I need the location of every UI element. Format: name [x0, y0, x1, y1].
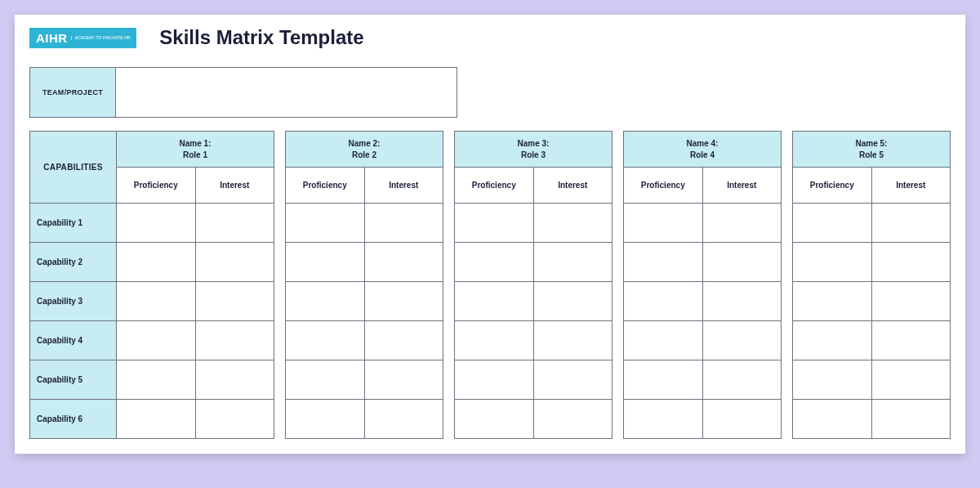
column-gap [782, 321, 793, 360]
matrix-cell[interactable] [195, 243, 274, 282]
column-gap [274, 360, 286, 400]
matrix-cell[interactable] [455, 282, 534, 321]
matrix-cell[interactable] [117, 243, 196, 282]
column-gap [274, 282, 286, 321]
person-name: Name 1: [180, 139, 212, 148]
column-gap [274, 204, 286, 243]
matrix-cell[interactable] [195, 282, 274, 321]
matrix-cell[interactable] [455, 321, 534, 360]
table-row: Capability 5 [30, 360, 951, 400]
matrix-cell[interactable] [455, 400, 534, 439]
matrix-cell[interactable] [702, 400, 782, 439]
matrix-cell[interactable] [624, 282, 703, 321]
matrix-cell[interactable] [195, 400, 274, 439]
matrix-cell[interactable] [364, 400, 443, 439]
matrix-cell[interactable] [364, 204, 443, 243]
matrix-cell[interactable] [624, 243, 703, 282]
matrix-cell[interactable] [533, 400, 612, 439]
matrix-cell[interactable] [624, 321, 703, 360]
matrix-cell[interactable] [364, 282, 443, 321]
capability-label: Capability 2 [30, 243, 117, 282]
proficiency-header: Proficiency [286, 168, 365, 204]
matrix-cell[interactable] [117, 360, 196, 400]
matrix-cell[interactable] [117, 321, 196, 360]
matrix-cell[interactable] [702, 282, 782, 321]
person-role: Role 5 [859, 150, 884, 159]
matrix-cell[interactable] [117, 400, 196, 439]
matrix-cell[interactable] [364, 243, 443, 282]
matrix-cell[interactable] [455, 243, 534, 282]
matrix-cell[interactable] [364, 321, 443, 360]
matrix-cell[interactable] [702, 204, 782, 243]
team-project-input[interactable] [116, 67, 457, 118]
column-gap [274, 321, 286, 360]
matrix-cell[interactable] [286, 321, 365, 360]
capability-label: Capability 4 [30, 321, 117, 360]
column-gap [443, 400, 455, 439]
matrix-cell[interactable] [455, 360, 534, 400]
matrix-cell[interactable] [871, 204, 951, 243]
column-gap [612, 321, 624, 360]
column-gap [274, 400, 286, 439]
table-row: Capability 2 [30, 243, 951, 282]
matrix-cell[interactable] [117, 282, 196, 321]
person-name: Name 4: [687, 139, 719, 148]
matrix-cell[interactable] [793, 282, 872, 321]
logo-subtext: ACADEMY TO INNOVATE HR [71, 36, 131, 40]
column-gap [274, 132, 286, 204]
matrix-cell[interactable] [117, 204, 196, 243]
matrix-cell[interactable] [286, 282, 365, 321]
matrix-cell[interactable] [793, 243, 872, 282]
matrix-cell[interactable] [533, 360, 612, 400]
proficiency-header: Proficiency [117, 168, 196, 204]
matrix-cell[interactable] [793, 400, 872, 439]
capability-label: Capability 6 [30, 400, 117, 439]
matrix-cell[interactable] [793, 321, 872, 360]
matrix-cell[interactable] [624, 204, 703, 243]
matrix-cell[interactable] [871, 321, 951, 360]
matrix-cell[interactable] [286, 243, 365, 282]
column-gap [612, 282, 624, 321]
matrix-cell[interactable] [195, 204, 274, 243]
table-row: Capability 4 [30, 321, 951, 360]
matrix-cell[interactable] [871, 282, 951, 321]
matrix-cell[interactable] [702, 243, 782, 282]
column-gap [782, 243, 793, 282]
column-gap [443, 204, 455, 243]
table-row: Capability 6 [30, 400, 951, 439]
column-gap [274, 243, 286, 282]
matrix-cell[interactable] [286, 204, 365, 243]
matrix-cell[interactable] [533, 282, 612, 321]
matrix-cell[interactable] [793, 360, 872, 400]
matrix-cell[interactable] [533, 321, 612, 360]
column-gap [443, 360, 455, 400]
document-sheet: AIHR ACADEMY TO INNOVATE HR Skills Matri… [15, 15, 965, 454]
interest-header: Interest [871, 168, 951, 204]
matrix-cell[interactable] [286, 360, 365, 400]
interest-header: Interest [195, 168, 274, 204]
matrix-cell[interactable] [364, 360, 443, 400]
person-header-4: Name 4: Role 4 [624, 132, 782, 168]
matrix-cell[interactable] [624, 360, 703, 400]
column-gap [443, 282, 455, 321]
matrix-cell[interactable] [871, 360, 951, 400]
column-gap [443, 321, 455, 360]
matrix-cell[interactable] [871, 400, 951, 439]
matrix-cell[interactable] [702, 321, 782, 360]
matrix-cell[interactable] [702, 360, 782, 400]
matrix-cell[interactable] [533, 243, 612, 282]
column-gap [612, 400, 624, 439]
matrix-cell[interactable] [624, 400, 703, 439]
table-row: Capability 1 [30, 204, 951, 243]
matrix-cell[interactable] [871, 243, 951, 282]
matrix-cell[interactable] [533, 204, 612, 243]
person-role: Role 4 [690, 150, 715, 159]
matrix-cell[interactable] [455, 204, 534, 243]
matrix-cell[interactable] [793, 204, 872, 243]
matrix-cell[interactable] [286, 400, 365, 439]
column-gap [612, 204, 624, 243]
column-gap [443, 132, 455, 204]
capability-label: Capability 1 [30, 204, 117, 243]
matrix-cell[interactable] [195, 360, 274, 400]
matrix-cell[interactable] [195, 321, 274, 360]
